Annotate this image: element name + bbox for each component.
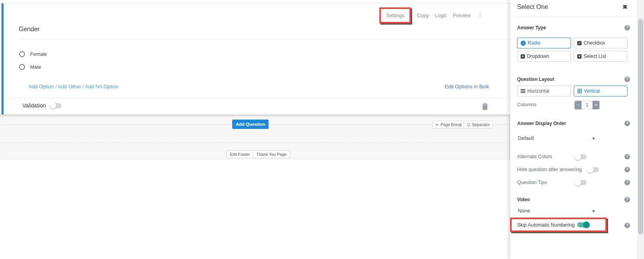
horizontal-lines-icon xyxy=(521,88,525,94)
select-list-icon: ▾ xyxy=(577,54,582,59)
option-links: Add Option / Add Other / Add NA Option xyxy=(28,84,119,89)
link-separator: / xyxy=(82,84,84,89)
trash-icon[interactable] xyxy=(482,103,488,112)
validation-toggle[interactable] xyxy=(50,103,62,108)
columns-stepper: − + xyxy=(575,101,600,109)
question-layout-label: Question Layout xyxy=(517,77,554,82)
columns-value-input[interactable] xyxy=(582,101,592,109)
alternate-colors-toggle[interactable] xyxy=(575,154,587,159)
layout-option-label: Vertical xyxy=(584,88,600,94)
answer-option-row: Male xyxy=(19,64,41,70)
edit-options-in-bulk-link[interactable]: Edit Options in Bulk xyxy=(445,84,489,89)
validation-label: Validation xyxy=(22,102,46,109)
add-option-link[interactable]: Add Option xyxy=(28,84,54,89)
help-icon[interactable]: ? xyxy=(624,154,630,159)
dropdown-icon: ▾ xyxy=(521,54,525,59)
radio-selected-icon: ✓ xyxy=(521,41,526,46)
logic-button[interactable]: Logic xyxy=(435,13,447,18)
settings-button[interactable]: Settings xyxy=(386,13,404,18)
page-break-label: Page Break xyxy=(440,122,462,127)
columns-decrement-button[interactable]: − xyxy=(575,101,582,109)
chevron-down-icon[interactable]: ▾ xyxy=(592,209,595,214)
option-label[interactable]: Male xyxy=(30,64,41,70)
help-icon[interactable]: ? xyxy=(624,77,630,82)
columns-label: Columns xyxy=(517,102,536,107)
settings-panel: Select One ✖ Answer Type ? ✓ Radio ✓ Che… xyxy=(510,0,637,259)
canvas-dashed-line xyxy=(0,143,510,143)
survey-canvas: Add Question ✄ Page Break ☑ Separator Ed… xyxy=(0,114,510,159)
vertical-lines-icon xyxy=(577,89,582,93)
skip-automatic-numbering-toggle[interactable] xyxy=(577,222,589,227)
radio-option-circle[interactable] xyxy=(19,64,25,70)
panel-title: Select One xyxy=(517,4,548,11)
layout-horizontal-button[interactable]: Horizontal xyxy=(517,86,571,96)
help-icon[interactable]: ? xyxy=(624,197,630,202)
chevron-down-icon[interactable]: ▾ xyxy=(592,136,595,141)
answer-type-checkbox-button[interactable]: ✓ Checkbox xyxy=(574,38,628,48)
answer-display-order-label: Answer Display Order xyxy=(517,121,566,126)
separator-check-icon: ☑ xyxy=(467,123,470,127)
layout-option-label: Horizontal xyxy=(527,88,549,94)
scrollbar-thumb[interactable] xyxy=(638,19,643,234)
question-tips-label: Question Tips xyxy=(517,180,547,185)
question-tips-toggle[interactable] xyxy=(575,180,587,185)
kebab-menu-icon[interactable]: ⋮ xyxy=(477,12,484,19)
answer-display-order-select[interactable]: Default xyxy=(518,135,534,141)
video-select[interactable]: None xyxy=(518,208,530,214)
answer-type-select-list-button[interactable]: ▾ Select List xyxy=(574,51,628,62)
answer-type-option-label: Select List xyxy=(584,54,606,59)
checkbox-icon: ✓ xyxy=(577,41,582,45)
help-icon[interactable]: ? xyxy=(624,167,630,172)
page-break-button[interactable]: ✄ Page Break xyxy=(432,121,465,129)
skip-numbering-highlight-box: Skip Automatic Numbering xyxy=(510,218,607,232)
add-question-button[interactable]: Add Question xyxy=(232,120,269,129)
panel-divider xyxy=(517,17,630,17)
help-icon[interactable]: ? xyxy=(624,180,630,185)
question-card: Settings Copy Logic Preview ⋮ Gender Fem… xyxy=(2,3,510,114)
layout-vertical-button[interactable]: Vertical xyxy=(574,86,628,96)
copy-button[interactable]: Copy xyxy=(417,13,429,18)
video-label: Video xyxy=(517,197,530,202)
help-icon[interactable]: ? xyxy=(624,121,630,126)
answer-type-label: Answer Type xyxy=(517,25,546,30)
skip-automatic-numbering-label: Skip Automatic Numbering xyxy=(517,222,575,228)
thank-you-page-button[interactable]: Thank You Page xyxy=(253,150,290,158)
option-label[interactable]: Female xyxy=(30,51,47,57)
card-divider xyxy=(4,97,510,98)
help-icon[interactable]: ? xyxy=(624,25,630,30)
hide-question-after-answering-label: Hide question after answering xyxy=(517,167,582,172)
close-icon[interactable]: ✖ xyxy=(623,4,628,11)
validation-row: Validation xyxy=(22,102,62,109)
question-title[interactable]: Gender xyxy=(19,26,39,33)
answer-type-option-label: Checkbox xyxy=(584,40,605,46)
answer-type-option-label: Radio xyxy=(528,40,541,46)
answer-option-row: Female xyxy=(19,51,47,57)
settings-highlight-box: Settings xyxy=(379,7,411,23)
question-title-underline xyxy=(19,39,510,40)
hide-question-toggle[interactable] xyxy=(587,167,599,172)
answer-type-dropdown-button[interactable]: ▾ Dropdown xyxy=(517,51,571,62)
separator-label: Separator xyxy=(472,122,490,127)
page-break-icon: ✄ xyxy=(436,123,439,127)
question-actions: Settings Copy Logic Preview ⋮ xyxy=(379,5,484,25)
add-other-link[interactable]: Add Other xyxy=(58,84,81,89)
edit-footer-button[interactable]: Edit Footer xyxy=(226,150,253,158)
separator-button[interactable]: ☑ Separator xyxy=(464,121,493,129)
answer-type-option-label: Dropdown xyxy=(527,54,549,59)
radio-option-circle[interactable] xyxy=(19,51,25,57)
preview-button[interactable]: Preview xyxy=(453,13,471,18)
answer-type-radio-button[interactable]: ✓ Radio xyxy=(517,38,571,48)
alternate-colors-label: Alternate Colors xyxy=(517,154,552,159)
columns-increment-button[interactable]: + xyxy=(592,101,600,109)
add-na-option-link[interactable]: Add NA Option xyxy=(85,84,119,89)
link-separator: / xyxy=(55,84,57,89)
help-icon[interactable]: ? xyxy=(624,223,630,228)
